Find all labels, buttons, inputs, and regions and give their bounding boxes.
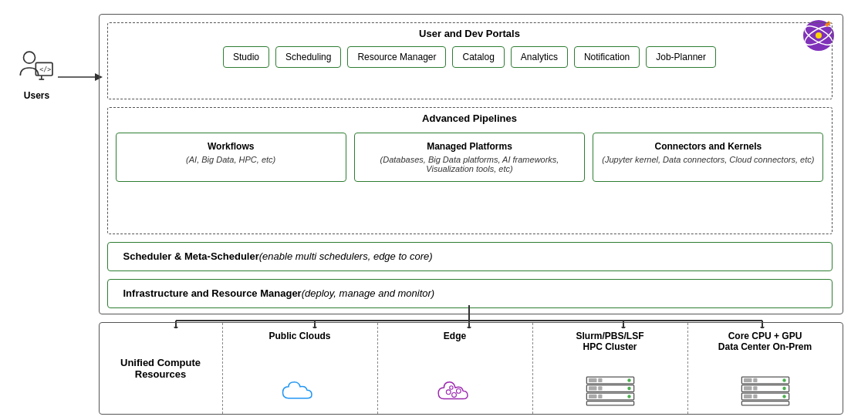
svg-point-24 — [451, 392, 456, 397]
svg-rect-49 — [744, 394, 752, 398]
compute-item-edge: Edge — [378, 323, 533, 414]
compute-inner: Unified Compute Resources Public Clouds … — [100, 323, 843, 414]
svg-rect-29 — [598, 378, 602, 381]
svg-rect-46 — [753, 386, 757, 390]
svg-point-30 — [627, 378, 630, 381]
pipelines-boxes: Workflows(AI, Big Data, HPC, etc)Managed… — [116, 133, 824, 182]
portal-button-catalog[interactable]: Catalog — [452, 46, 504, 68]
svg-point-34 — [627, 386, 630, 389]
svg-rect-28 — [589, 378, 597, 381]
infra-italic: (deploy, manage and monitor) — [302, 287, 434, 299]
gpu-label: Core CPU + GPUData Center On-Prem — [718, 331, 812, 352]
scheduler-box: Scheduler & Meta-Scheduler (enable multi… — [107, 242, 833, 271]
pipeline-box-2: Connectors and Kernels(Jupyter kernel, D… — [593, 133, 823, 182]
pipeline-subtitle-0: (AI, Big Data, HPC, etc) — [123, 155, 339, 164]
svg-text:</>: </> — [39, 66, 51, 73]
edge-label: Edge — [444, 331, 466, 341]
compute-section: Unified Compute Resources Public Clouds … — [99, 322, 843, 415]
svg-point-43 — [782, 378, 785, 381]
user-icon: </> — [18, 49, 56, 87]
svg-rect-50 — [753, 394, 757, 398]
portal-button-notification[interactable]: Notification — [574, 46, 640, 68]
pipeline-subtitle-2: (Jupyter kernel, Data connectors, Cloud … — [599, 155, 816, 164]
svg-rect-39 — [586, 401, 633, 405]
svg-point-23 — [446, 389, 451, 394]
architecture-diagram: </> Users User and Dev Portals StudioSch… — [10, 6, 859, 415]
scheduler-bold: Scheduler & Meta-Scheduler — [123, 250, 259, 262]
compute-label: Unified Compute Resources — [100, 323, 223, 414]
svg-rect-52 — [741, 401, 789, 405]
users-arrow — [58, 69, 103, 85]
main-box: User and Dev Portals StudioSchedulingRes… — [99, 14, 843, 314]
portal-button-studio[interactable]: Studio — [223, 46, 269, 68]
pipeline-title-2: Connectors and Kernels — [599, 141, 816, 152]
hpc-label: Slurm/PBS/LSFHPC Cluster — [576, 331, 643, 352]
svg-rect-45 — [744, 386, 752, 390]
clouds-label: Public Clouds — [269, 331, 330, 341]
svg-point-26 — [449, 385, 452, 388]
svg-point-25 — [456, 388, 461, 393]
pipeline-subtitle-1: (Databases, Big Data platforms, AI frame… — [361, 155, 578, 173]
portals-title: User and Dev Portals — [108, 28, 832, 39]
portal-button-resource-manager[interactable]: Resource Manager — [347, 46, 446, 68]
svg-rect-32 — [589, 386, 597, 390]
svg-rect-36 — [589, 394, 597, 398]
hpc-icon — [583, 375, 637, 406]
portals-section: User and Dev Portals StudioSchedulingRes… — [107, 22, 833, 99]
pipeline-title-0: Workflows — [123, 141, 339, 152]
scheduler-italic: (enable multi schedulers, edge to core) — [259, 250, 433, 262]
compute-item-clouds: Public Clouds — [223, 323, 378, 414]
svg-rect-41 — [744, 378, 752, 381]
portals-buttons: StudioSchedulingResource ManagerCatalogA… — [116, 46, 824, 68]
svg-point-38 — [627, 395, 630, 398]
svg-point-51 — [782, 395, 785, 398]
portal-button-analytics[interactable]: Analytics — [511, 46, 568, 68]
pipeline-box-1: Managed Platforms(Databases, Big Data pl… — [354, 133, 585, 182]
pipeline-box-0: Workflows(AI, Big Data, HPC, etc) — [116, 133, 346, 182]
infra-bold: Infrastructure and Resource Manager — [123, 287, 302, 299]
pipelines-section: Advanced Pipelines Workflows(AI, Big Dat… — [107, 107, 833, 234]
compute-item-gpu: Core CPU + GPUData Center On-Prem — [688, 323, 843, 414]
compute-item-hpc: Slurm/PBS/LSFHPC Cluster — [533, 323, 688, 414]
svg-point-0 — [23, 52, 35, 63]
infra-box: Infrastructure and Resource Manager (dep… — [107, 279, 833, 308]
svg-rect-37 — [598, 394, 602, 398]
pipeline-title-1: Managed Platforms — [361, 141, 578, 152]
clouds-icon — [277, 375, 323, 406]
svg-point-47 — [782, 386, 785, 389]
edge-icon — [432, 375, 478, 406]
gpu-icon — [738, 375, 792, 406]
portal-button-scheduling[interactable]: Scheduling — [275, 46, 341, 68]
pipelines-title: Advanced Pipelines — [108, 113, 832, 124]
users-label: Users — [24, 90, 49, 101]
portal-button-job-planner[interactable]: Job-Planner — [646, 46, 716, 68]
svg-rect-42 — [753, 378, 757, 381]
svg-rect-33 — [598, 386, 602, 390]
users-section: </> Users — [18, 49, 56, 101]
